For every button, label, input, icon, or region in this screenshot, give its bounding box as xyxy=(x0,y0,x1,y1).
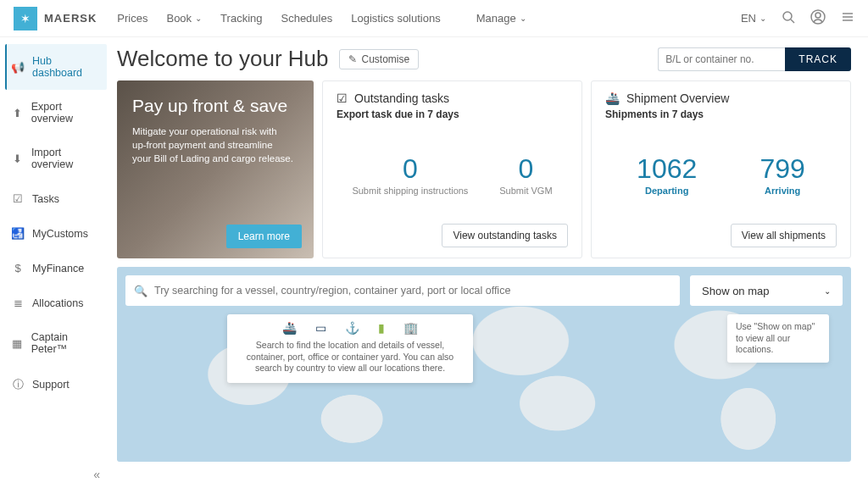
stat-value: 1062 xyxy=(637,155,697,182)
check-icon: ☑ xyxy=(337,92,348,105)
collapse-sidebar[interactable]: « xyxy=(5,461,107,488)
logo-text: MAERSK xyxy=(44,12,97,25)
search-icon: 🔍 xyxy=(134,285,147,297)
stat-submit-vgm[interactable]: 0 Submit VGM xyxy=(499,155,552,197)
stat-label: Arriving xyxy=(760,186,804,197)
svg-point-0 xyxy=(783,12,792,20)
chevron-down-icon: ⌄ xyxy=(195,14,202,23)
tip-text: Search to find the location and details … xyxy=(236,340,465,374)
ship-icon: 🚢 xyxy=(605,92,620,105)
customs-icon: 🛃 xyxy=(12,227,24,240)
nav-manage[interactable]: Manage⌄ xyxy=(476,12,526,25)
top-nav: ✶ MAERSK Prices Book⌄ Tracking Schedules… xyxy=(0,0,868,37)
view-shipments-button[interactable]: View all shipments xyxy=(731,224,837,247)
stat-value: 0 xyxy=(352,155,468,182)
nav-book[interactable]: Book⌄ xyxy=(166,12,202,25)
main: Welcome to your Hub ✎Customise TRACK Pay… xyxy=(107,37,868,488)
map-search-tip: 🚢 ▭ ⚓ ▮ 🏢 Search to find the location an… xyxy=(227,314,473,383)
search-icon[interactable] xyxy=(782,10,795,26)
sidebar-item-export[interactable]: ⬆Export overview xyxy=(5,90,107,136)
stat-value: 0 xyxy=(499,155,552,182)
captain-icon: ▦ xyxy=(12,337,23,350)
sidebar-item-label: Captain Peter™ xyxy=(31,331,100,355)
pencil-icon: ✎ xyxy=(348,53,357,65)
sidebar-item-tasks[interactable]: ☑Tasks xyxy=(5,181,107,216)
task-stats: 0 Submit shipping instructions 0 Submit … xyxy=(337,129,568,224)
track-input[interactable] xyxy=(658,47,785,71)
logo-icon: ✶ xyxy=(14,7,37,30)
customise-button[interactable]: ✎Customise xyxy=(339,49,420,69)
nav-tracking[interactable]: Tracking xyxy=(220,12,262,25)
vessel-icon: 🚢 xyxy=(282,321,297,335)
container-icon: ▭ xyxy=(315,321,326,335)
nav-logistics[interactable]: Logistics solutions xyxy=(351,12,441,25)
stat-value: 799 xyxy=(760,155,804,182)
yard-icon: ▮ xyxy=(378,321,385,335)
sidebar-item-hub-dashboard[interactable]: 📢Hub dashboard xyxy=(5,44,107,90)
nav-prices[interactable]: Prices xyxy=(117,12,147,25)
header: Welcome to your Hub ✎Customise TRACK xyxy=(117,46,851,72)
card-title: 🚢Shipment Overview xyxy=(605,92,837,105)
sidebar-item-label: Hub dashboard xyxy=(32,55,100,79)
view-tasks-button[interactable]: View outstanding tasks xyxy=(442,224,568,247)
stat-departing[interactable]: 1062 Departing xyxy=(637,155,697,197)
track-button[interactable]: TRACK xyxy=(785,47,851,71)
svg-point-3 xyxy=(815,13,821,18)
tasks-icon: ☑ xyxy=(12,192,24,205)
promo-title: Pay up front & save xyxy=(132,96,298,116)
svg-line-1 xyxy=(791,19,794,23)
sidebar-item-mycustoms[interactable]: 🛃MyCustoms xyxy=(5,216,107,251)
lang-select[interactable]: EN⌄ xyxy=(741,12,766,25)
sidebar-item-import[interactable]: ⬇Import overview xyxy=(5,136,107,181)
sidebar-item-label: Allocations xyxy=(32,297,83,309)
stat-submit-si[interactable]: 0 Submit shipping instructions xyxy=(352,155,468,197)
import-icon: ⬇ xyxy=(12,152,23,165)
sidebar-item-label: Export overview xyxy=(31,101,100,125)
export-icon: ⬆ xyxy=(12,107,23,119)
shipment-overview-card: 🚢Shipment Overview Shipments in 7 days 1… xyxy=(591,80,851,258)
track-box: TRACK xyxy=(658,47,851,71)
promo-body: Mitigate your operational risk with up-f… xyxy=(132,125,293,165)
overview-stats: 1062 Departing 799 Arriving xyxy=(605,129,837,224)
sidebar-item-label: Tasks xyxy=(32,193,59,205)
sidebar-item-support[interactable]: ⓘSupport xyxy=(5,366,107,403)
promo-card: Pay up front & save Mitigate your operat… xyxy=(117,80,314,258)
sidebar-item-myfinance[interactable]: $MyFinance xyxy=(5,251,107,286)
nav-items: Prices Book⌄ Tracking Schedules Logistic… xyxy=(117,12,526,25)
nav-schedules[interactable]: Schedules xyxy=(281,12,332,25)
map-search-input[interactable] xyxy=(154,285,671,297)
sidebar: 📢Hub dashboard ⬆Export overview ⬇Import … xyxy=(0,37,107,488)
card-title: ☑Outstanding tasks xyxy=(337,92,568,105)
finance-icon: $ xyxy=(12,262,24,274)
stat-label: Submit shipping instructions xyxy=(352,186,468,197)
sidebar-item-label: Import overview xyxy=(31,147,100,170)
sidebar-item-label: MyFinance xyxy=(32,263,84,274)
map-controls: 🔍 Show on map ⌄ xyxy=(125,275,843,306)
card-subtitle: Shipments in 7 days xyxy=(605,108,837,120)
show-on-map-select[interactable]: Show on map ⌄ xyxy=(690,275,843,306)
account-icon[interactable] xyxy=(810,9,826,27)
stat-arriving[interactable]: 799 Arriving xyxy=(760,155,804,197)
stat-label: Submit VGM xyxy=(499,186,552,197)
map-card: 🔍 Show on map ⌄ 🚢 ▭ ⚓ ▮ 🏢 Search to find… xyxy=(117,267,851,462)
office-icon: 🏢 xyxy=(403,321,418,335)
sidebar-item-label: MyCustoms xyxy=(32,228,88,240)
port-icon: ⚓ xyxy=(345,321,359,335)
nav-right: EN⌄ xyxy=(741,9,854,27)
sidebar-item-allocations[interactable]: ≣Allocations xyxy=(5,286,107,320)
map-hint: Use "Show on map" to view all our locati… xyxy=(727,314,829,363)
sidebar-item-label: Support xyxy=(32,379,70,391)
outstanding-tasks-card: ☑Outstanding tasks Export task due in 7 … xyxy=(322,80,582,258)
select-label: Show on map xyxy=(702,285,770,297)
learn-more-button[interactable]: Learn more xyxy=(226,225,302,248)
chevron-down-icon: ⌄ xyxy=(824,286,831,296)
chevron-down-icon: ⌄ xyxy=(760,14,766,23)
stat-label: Departing xyxy=(637,186,697,197)
hint-text: Use "Show on map" to view all our locati… xyxy=(736,321,815,354)
sidebar-item-captain-peter[interactable]: ▦Captain Peter™ xyxy=(5,320,107,366)
chevron-down-icon: ⌄ xyxy=(520,14,526,23)
logo[interactable]: ✶ MAERSK xyxy=(14,7,97,30)
page-title: Welcome to your Hub xyxy=(117,46,329,72)
menu-icon[interactable] xyxy=(841,10,854,26)
map-search: 🔍 xyxy=(125,275,680,306)
